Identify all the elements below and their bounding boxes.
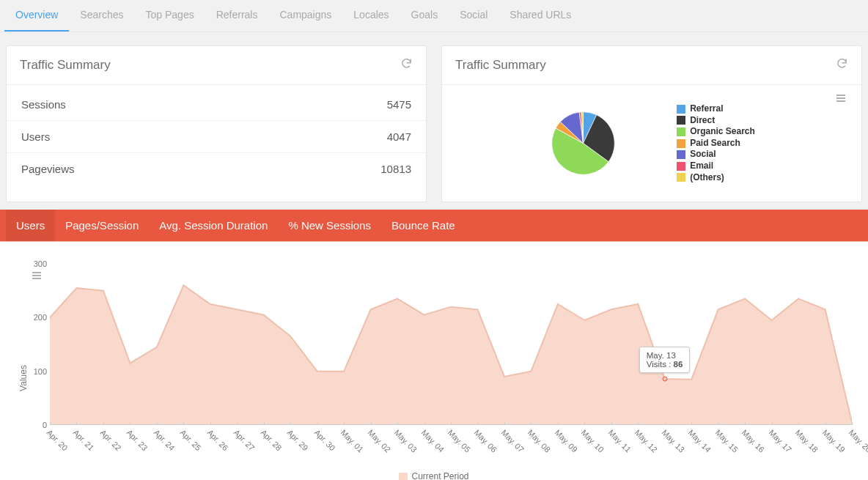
panel-title: Traffic Summary (20, 58, 111, 73)
metric-tabs: UsersPages/SessionAvg. Session Duration%… (0, 210, 868, 241)
chart-x-tick: Apr. 25 (179, 428, 203, 452)
nav-tab-referrals[interactable]: Referrals (205, 0, 269, 32)
traffic-summary-panel-stats: Traffic Summary Sessions5475Users4047Pag… (6, 45, 427, 202)
metric-tab-bounce-rate[interactable]: Bounce Rate (381, 210, 466, 241)
chart-legend: Current Period (16, 465, 852, 480)
pie-chart (548, 108, 618, 178)
chart-y-tick: 100 (18, 367, 47, 376)
legend-item[interactable]: Paid Search (677, 138, 755, 149)
legend-item[interactable]: Direct (677, 115, 755, 127)
legend-label: Current Period (411, 471, 468, 480)
svg-rect-2 (836, 100, 845, 101)
stats-list: Sessions5475Users4047Pageviews10813 (7, 85, 426, 196)
chart-x-tick: Apr. 30 (312, 428, 336, 452)
chart-x-tick: May. 04 (419, 428, 446, 454)
chart-x-tick: Apr. 29 (286, 428, 310, 452)
chart-x-tick: Apr. 22 (98, 428, 122, 452)
legend-label: Email (690, 160, 713, 172)
nav-tab-overview[interactable]: Overview (4, 0, 69, 32)
legend-label: Referral (690, 103, 723, 115)
stat-value: 10813 (380, 163, 411, 175)
svg-rect-1 (836, 97, 845, 98)
stat-row: Sessions5475 (7, 89, 426, 121)
chart-x-tick: Apr. 20 (45, 428, 70, 452)
stat-label: Users (21, 130, 50, 143)
svg-rect-5 (32, 278, 41, 278)
stat-label: Sessions (21, 98, 66, 111)
stat-row: Pageviews10813 (7, 153, 426, 185)
chart-x-tick: May. 14 (687, 428, 713, 454)
chart-x-tick: May. 12 (633, 428, 660, 454)
nav-tab-top-pages[interactable]: Top Pages (135, 0, 205, 32)
svg-rect-0 (836, 95, 845, 95)
chart-x-tick: May. 10 (580, 428, 606, 454)
legend-label: Organic Search (690, 126, 755, 138)
chart-x-tick: May. 17 (767, 428, 793, 454)
chart-x-tick: Apr. 26 (205, 428, 229, 452)
chart-x-tick: Apr. 28 (259, 428, 283, 452)
legend-item[interactable]: (Others) (677, 172, 755, 184)
legend-item[interactable]: Referral (677, 103, 755, 115)
legend-item[interactable]: Social (677, 149, 755, 160)
traffic-summary-panel-pie: Traffic Summary ReferralDirectOrganic Se… (441, 45, 862, 202)
legend-label: Direct (690, 115, 715, 127)
legend-item[interactable]: Organic Search (677, 126, 755, 138)
legend-swatch (677, 105, 685, 114)
chart-x-tick: May. 20 (847, 428, 868, 454)
chart-menu-icon[interactable] (31, 270, 43, 284)
refresh-icon[interactable] (400, 57, 413, 73)
stat-row: Users4047 (7, 121, 426, 153)
legend-swatch (677, 150, 685, 159)
chart-x-tick: Apr. 27 (232, 428, 257, 452)
chart-x-tick: May. 03 (393, 428, 419, 454)
metric-tab-users[interactable]: Users (6, 210, 55, 241)
legend-swatch (677, 116, 685, 125)
legend-swatch (677, 162, 685, 171)
chart-x-tick: May. 08 (526, 428, 553, 454)
legend-swatch (677, 173, 685, 182)
nav-tabs: OverviewSearchesTop PagesReferralsCampai… (0, 0, 868, 32)
chart-x-axis: Apr. 20Apr. 21Apr. 22Apr. 23Apr. 24Apr. … (50, 425, 852, 465)
stat-value: 4047 (387, 130, 411, 143)
refresh-icon[interactable] (836, 57, 848, 73)
chart-x-tick: May. 19 (820, 428, 847, 454)
chart-y-tick: 300 (18, 259, 47, 268)
chart-x-tick: May. 16 (740, 428, 767, 454)
chart-x-tick: Apr. 23 (125, 428, 150, 452)
chart-x-tick: May. 18 (794, 428, 820, 454)
metric-tab--new-sessions[interactable]: % New Sessions (278, 210, 381, 241)
legend-swatch (399, 473, 408, 480)
chart-x-tick: May. 07 (499, 428, 526, 454)
legend-item[interactable]: Email (677, 160, 755, 172)
chart-area: Values 0100200300May. 13Visits : 86 Apr.… (0, 241, 868, 480)
legend-swatch (677, 139, 685, 148)
nav-tab-shared-urls[interactable]: Shared URLs (499, 0, 582, 32)
nav-tab-goals[interactable]: Goals (400, 0, 449, 32)
panel-title: Traffic Summary (455, 58, 546, 73)
nav-tab-campaigns[interactable]: Campaigns (268, 0, 342, 32)
svg-rect-4 (32, 275, 41, 276)
stat-value: 5475 (387, 98, 411, 111)
chart-menu-icon[interactable] (835, 92, 847, 106)
area-chart: 0100200300May. 13Visits : 86 (50, 264, 852, 425)
chart-y-tick: 200 (18, 313, 47, 322)
legend-label: Paid Search (690, 138, 740, 149)
metric-tab-pages-session[interactable]: Pages/Session (55, 210, 149, 241)
chart-y-tick: 0 (18, 421, 47, 429)
nav-tab-searches[interactable]: Searches (69, 0, 134, 32)
chart-x-tick: May. 13 (660, 428, 686, 454)
nav-tab-locales[interactable]: Locales (342, 0, 400, 32)
chart-x-tick: Apr. 21 (72, 428, 96, 452)
svg-rect-3 (32, 272, 41, 273)
chart-x-tick: May. 15 (713, 428, 740, 454)
pie-legend: ReferralDirectOrganic SearchPaid SearchS… (677, 103, 755, 183)
chart-x-tick: May. 01 (339, 428, 366, 454)
chart-x-tick: May. 06 (473, 428, 499, 454)
metric-tab-avg-session-duration[interactable]: Avg. Session Duration (149, 210, 278, 241)
nav-tab-social[interactable]: Social (449, 0, 499, 32)
chart-x-tick: May. 09 (553, 428, 579, 454)
chart-x-tick: May. 11 (606, 428, 633, 454)
stat-label: Pageviews (21, 163, 75, 175)
legend-label: (Others) (690, 172, 724, 184)
chart-x-tick: May. 02 (366, 428, 392, 454)
